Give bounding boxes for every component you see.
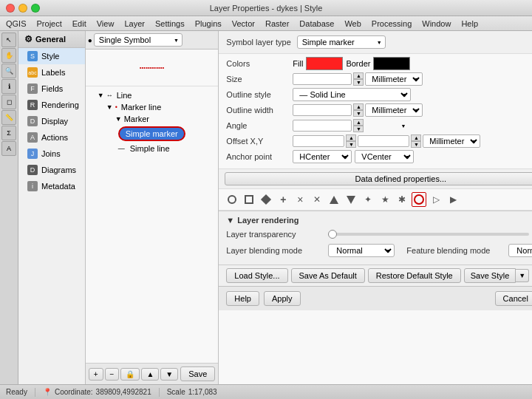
menu-project[interactable]: Project [37,19,62,28]
load-style-button[interactable]: Load Style... [226,268,287,283]
anchor-h-select[interactable]: HCenter [293,150,352,163]
sidebar-item-joins[interactable]: J Joins [18,146,85,162]
outline-width-spinner[interactable]: ▲ ▼ [353,103,364,117]
menu-web[interactable]: Web [344,19,361,28]
angle-down[interactable]: ▼ [353,126,364,132]
menu-database[interactable]: Database [299,19,334,28]
tree-item-marker[interactable]: ▼ Marker [89,113,216,125]
sym-icon-cross[interactable]: × [293,192,307,207]
size-unit-select[interactable]: Millimeter [365,72,423,86]
menu-layer[interactable]: Layer [124,19,145,28]
offset-y-input[interactable]: 0.000000 [358,135,409,147]
apply-button[interactable]: Apply [264,291,301,306]
sym-icon-diamond[interactable] [259,192,273,207]
sym-icon-star4[interactable]: ✦ [361,192,375,207]
sidebar-item-fields[interactable]: F Fields [18,81,85,97]
sym-icon-arrow-filled[interactable]: ▶ [446,192,460,207]
sidebar-item-rendering[interactable]: R Rendering [18,97,85,113]
sidebar-item-diagrams[interactable]: D Diagrams [18,162,85,178]
restore-default-button[interactable]: Restore Default Style [368,268,461,283]
sidebar-item-metadata[interactable]: i Metadata [18,178,85,194]
sym-icon-triangle-down[interactable] [344,192,358,207]
outline-down[interactable]: ▼ [353,110,364,117]
offset-x-spinner[interactable]: ▲ ▼ [346,134,356,148]
save-style-dropdown[interactable]: ▼ [516,269,529,282]
cancel-button[interactable]: Cancel [495,291,532,306]
menu-settings[interactable]: Settings [155,19,185,28]
sidebar-item-style[interactable]: S Style [18,48,85,64]
feature-blend-select[interactable]: Normal [508,244,532,257]
menu-help[interactable]: Help [461,19,478,28]
border-color-swatch[interactable] [373,57,410,70]
save-button[interactable]: Save [180,366,215,381]
data-defined-button[interactable]: Data defined properties... [225,172,532,185]
tool-pointer[interactable]: ↖ [1,33,16,47]
sidebar-item-actions[interactable]: A Actions [18,129,85,146]
save-style-button[interactable]: Save Style [464,268,516,283]
sym-icon-circle[interactable] [225,192,239,207]
tool-attribute[interactable]: Σ [1,126,16,140]
offset-y-up[interactable]: ▲ [411,134,421,141]
size-spinner[interactable]: ▲ ▼ [353,72,364,86]
lock-layer-button[interactable]: 🔒 [120,368,140,381]
menu-raster[interactable]: Raster [265,19,289,28]
size-up[interactable]: ▲ [353,72,364,79]
collapse-arrow-icon[interactable]: ▼ [226,216,234,225]
window-controls[interactable] [6,4,40,13]
angle-spinner[interactable]: ▲ ▼ [353,119,364,132]
tool-zoom[interactable]: 🔍 [1,64,16,78]
menu-view[interactable]: View [97,19,115,28]
sym-icon-square[interactable] [242,192,256,207]
sidebar-item-display[interactable]: D Display [18,113,85,129]
menu-plugins[interactable]: Plugins [195,19,222,28]
transparency-slider[interactable] [328,233,529,236]
sym-icon-x[interactable]: ✕ [310,192,324,207]
offset-x-input[interactable]: 0.000000 [293,135,344,147]
tool-label[interactable]: A [1,141,16,156]
sym-icon-star[interactable]: ★ [378,192,392,207]
sym-icon-red-circle[interactable] [412,192,426,207]
symbol-layer-type-select[interactable]: Simple marker [297,35,386,49]
size-down[interactable]: ▼ [353,79,364,86]
remove-layer-button[interactable]: − [105,368,120,381]
blend-mode-select[interactable]: Normal [328,244,395,257]
angle-up[interactable]: ▲ [353,119,364,126]
outline-unit-select[interactable]: Millimeter [365,103,423,117]
offset-y-spinner[interactable]: ▲ ▼ [411,134,421,148]
menu-window[interactable]: Window [422,19,451,28]
menu-edit[interactable]: Edit [72,19,86,28]
sym-icon-arrow-right[interactable]: ▷ [429,192,443,207]
sym-icon-plus[interactable]: + [276,192,290,207]
maximize-button[interactable] [31,4,40,13]
move-up-button[interactable]: ▲ [141,368,159,381]
menu-processing[interactable]: Processing [372,19,412,28]
anchor-v-select[interactable]: VCenter [355,150,414,163]
tree-item-marker-line[interactable]: ▼ • Marker line [89,101,216,113]
add-layer-button[interactable]: + [89,368,103,381]
save-as-default-button[interactable]: Save As Default [291,268,365,283]
sym-icon-asterisk[interactable]: ✱ [395,192,409,207]
offset-x-up[interactable]: ▲ [346,134,356,141]
offset-y-down[interactable]: ▼ [411,141,421,148]
minimize-button[interactable] [18,4,27,13]
outline-width-input[interactable]: 0.000000 [293,104,352,116]
menu-qgis[interactable]: QGIS [6,19,27,28]
tool-pan[interactable]: ✋ [1,48,16,63]
outline-up[interactable]: ▲ [353,103,364,110]
offset-unit-select[interactable]: Millimeter [423,134,480,148]
menu-vector[interactable]: Vector [232,19,255,28]
sym-icon-triangle-up[interactable] [327,192,341,207]
size-input[interactable]: 2.000000 [293,73,352,85]
help-button[interactable]: Help [226,291,259,306]
offset-x-down[interactable]: ▼ [346,141,356,148]
tree-item-simple-marker[interactable]: Simple marker [89,125,216,143]
sidebar-item-labels[interactable]: abc Labels [18,64,85,81]
tool-identify[interactable]: ℹ [1,79,16,94]
close-button[interactable] [6,4,15,13]
tool-select[interactable]: ◻ [1,95,16,109]
move-down-button[interactable]: ▼ [160,368,178,381]
tree-item-simple-line[interactable]: — Simple line [89,143,216,154]
tool-measure[interactable]: 📏 [1,110,16,125]
symbol-type-select[interactable]: Single Symbol [94,33,183,47]
fill-color-swatch[interactable] [306,57,343,70]
